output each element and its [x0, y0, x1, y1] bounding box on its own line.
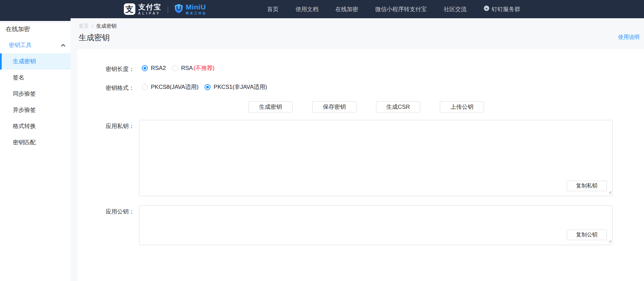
copy-private-key-button[interactable]: 复制私钥: [567, 181, 607, 191]
breadcrumb-current: 生成密钥: [96, 23, 116, 29]
breadcrumb-separator: /: [92, 23, 93, 29]
shield-icon: [174, 4, 183, 15]
nav-item-home[interactable]: 首页: [267, 5, 279, 13]
generate-key-button[interactable]: 生成密钥: [248, 101, 293, 112]
copy-public-key-button[interactable]: 复制公钥: [567, 230, 607, 240]
alipay-wordmark-cn: 支付宝: [138, 3, 162, 10]
radio-circle-icon: [172, 65, 178, 71]
upload-public-key-button[interactable]: 上传公钥: [440, 101, 484, 112]
sidebar-item-sign[interactable]: 签名: [0, 70, 71, 86]
radio-rsa[interactable]: RSA(不推荐): [172, 64, 214, 72]
breadcrumb-home[interactable]: 首页: [79, 23, 89, 29]
alipay-wordmark-en: ALIPAY: [138, 12, 162, 15]
sidebar-item-generate-key[interactable]: 生成密钥: [0, 53, 71, 70]
help-link[interactable]: 使用说明: [618, 34, 640, 41]
menu-group-key-tools[interactable]: 密钥工具: [0, 41, 71, 49]
chevron-up-icon: [61, 42, 65, 48]
nav-item-docs[interactable]: 使用文档: [296, 5, 319, 13]
radio-rsa2[interactable]: RSA2: [142, 65, 166, 72]
sidebar: 在线加密 密钥工具 生成密钥 签名 同步验签 异步验签 格式转换 密钥匹配: [0, 23, 71, 281]
nav-item-online-encrypt[interactable]: 在线加密: [336, 5, 358, 13]
nav-item-dingtalk-group[interactable]: 钉钉服务群: [484, 5, 520, 13]
private-key-label: 应用私钥：: [106, 122, 134, 130]
key-length-radio-group: RSA2 RSA(不推荐): [142, 64, 221, 72]
sidebar-item-key-match[interactable]: 密钥匹配: [0, 134, 71, 151]
radio-circle-icon: [205, 84, 211, 90]
logo-divider: |: [166, 5, 170, 14]
key-format-radio-group: PKCS8(JAVA适用) PKCS1(非JAVA适用): [142, 83, 273, 91]
nav-item-community[interactable]: 社区交流: [444, 5, 467, 13]
nav-menu: 首页 使用文档 在线加密 微信小程序转支付宝 社区交流 钉钉服务群: [267, 5, 520, 13]
alipay-icon: 支: [124, 3, 135, 15]
top-navbar: 支 支付宝 ALIPAY |: [0, 0, 644, 18]
key-length-label: 密钥长度：: [106, 65, 134, 73]
public-key-label: 应用公钥：: [106, 208, 134, 215]
sidebar-top-cap: [0, 18, 71, 21]
resize-grip-icon[interactable]: [608, 189, 612, 195]
dingtalk-icon: [484, 5, 489, 13]
miniu-logo: MiniU 研发工作台: [174, 3, 207, 15]
radio-circle-icon: [142, 65, 148, 71]
public-key-field: 复制公钥: [139, 205, 613, 245]
breadcrumb: 首页 / 生成密钥: [79, 23, 116, 29]
save-key-button[interactable]: 保存密钥: [312, 101, 356, 112]
resize-grip-icon[interactable]: [608, 238, 612, 244]
sidebar-title: 在线加密: [0, 23, 71, 34]
public-key-textarea[interactable]: [143, 208, 609, 243]
menu-group-label: 密钥工具: [9, 41, 32, 49]
page-title: 生成密钥: [79, 32, 110, 43]
logo-group[interactable]: 支 支付宝 ALIPAY |: [124, 3, 207, 15]
sidebar-menu: 生成密钥 签名 同步验签 异步验签 格式转换 密钥匹配: [0, 53, 71, 151]
miniu-wordmark: MiniU: [186, 3, 207, 10]
radio-circle-icon: [142, 84, 148, 90]
radio-pkcs8[interactable]: PKCS8(JAVA适用): [142, 83, 198, 91]
sidebar-item-format-convert[interactable]: 格式转换: [0, 118, 71, 134]
sidebar-item-sync-verify[interactable]: 同步验签: [0, 86, 71, 102]
private-key-field: 复制私钥: [139, 120, 613, 196]
page-header: 首页 / 生成密钥 生成密钥 使用说明: [77, 18, 644, 49]
generate-csr-button[interactable]: 生成CSR: [376, 101, 420, 112]
alipay-logo: 支 支付宝 ALIPAY: [124, 3, 162, 15]
rsa-deprecated-note: (不推荐): [193, 64, 214, 72]
sidebar-item-async-verify[interactable]: 异步验签: [0, 102, 71, 118]
private-key-textarea[interactable]: [143, 122, 609, 194]
radio-pkcs1[interactable]: PKCS1(非JAVA适用): [205, 83, 267, 91]
nav-item-wechat-convert[interactable]: 微信小程序转支付宝: [375, 5, 427, 13]
miniu-subtitle: 研发工作台: [186, 12, 207, 15]
key-format-label: 密钥格式：: [106, 84, 134, 92]
content-card: 密钥长度： RSA2 RSA(不推荐) 密钥格式： PKCS8(JAVA适用) …: [77, 49, 644, 281]
